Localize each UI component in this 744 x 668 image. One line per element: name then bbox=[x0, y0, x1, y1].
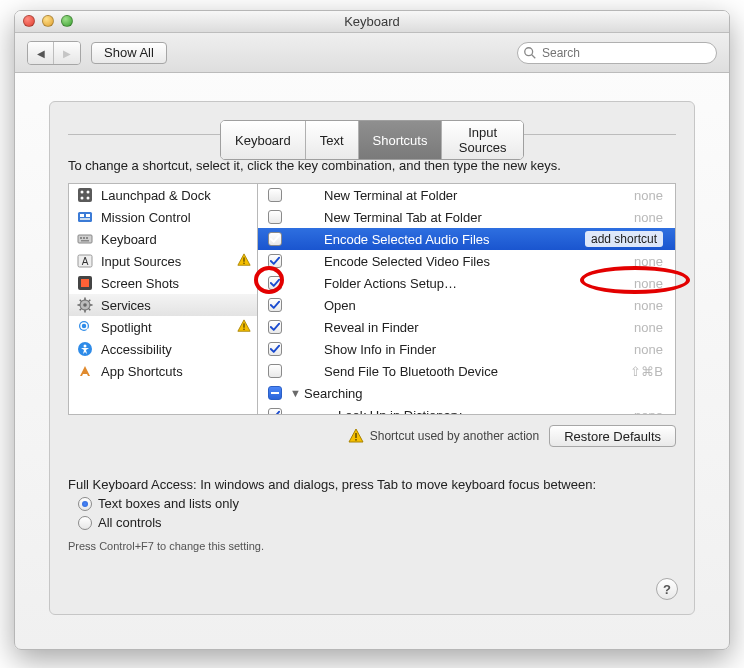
input-sources-icon: A bbox=[77, 253, 93, 269]
shortcut-display[interactable]: none bbox=[634, 188, 663, 203]
spotlight-icon bbox=[77, 319, 93, 335]
app-shortcuts-icon bbox=[77, 363, 93, 379]
zoom-icon[interactable] bbox=[61, 15, 73, 27]
keyboard-prefs-pane: KeyboardTextShortcutsInput Sources To ch… bbox=[49, 101, 695, 615]
chevron-right-icon bbox=[63, 45, 71, 60]
checkbox[interactable] bbox=[268, 342, 282, 356]
sidebar-item-input-sources[interactable]: AInput Sources bbox=[69, 250, 257, 272]
service-row[interactable]: Send File To Bluetooth Device⇧⌘B bbox=[258, 360, 675, 382]
launchpad-icon bbox=[77, 187, 93, 203]
svg-rect-13 bbox=[83, 237, 85, 239]
checkbox[interactable] bbox=[268, 232, 282, 246]
chevron-left-icon bbox=[37, 45, 45, 60]
warning-icon bbox=[348, 428, 364, 444]
svg-text:A: A bbox=[82, 256, 89, 267]
service-name: Folder Actions Setup… bbox=[324, 276, 626, 291]
close-icon[interactable] bbox=[23, 15, 35, 27]
help-button[interactable]: ? bbox=[656, 578, 678, 600]
shortcut-display[interactable]: ⇧⌘B bbox=[630, 364, 663, 379]
checkbox[interactable] bbox=[268, 320, 282, 334]
toolbar: Show All bbox=[15, 33, 729, 73]
sidebar-item-services[interactable]: Services bbox=[69, 294, 257, 316]
sidebar-item-keyboard[interactable]: Keyboard bbox=[69, 228, 257, 250]
service-row[interactable]: Opennone bbox=[258, 294, 675, 316]
service-name: Encode Selected Video Files bbox=[324, 254, 626, 269]
service-name: Send File To Bluetooth Device bbox=[324, 364, 622, 379]
forward-button[interactable] bbox=[54, 42, 80, 64]
svg-rect-20 bbox=[243, 262, 244, 263]
sidebar-item-launchpad-dock[interactable]: Launchpad & Dock bbox=[69, 184, 257, 206]
tab-text[interactable]: Text bbox=[306, 121, 359, 159]
sidebar-item-spotlight[interactable]: Spotlight bbox=[69, 316, 257, 338]
window-title: Keyboard bbox=[344, 14, 400, 29]
checkbox[interactable] bbox=[268, 408, 282, 415]
svg-rect-37 bbox=[243, 323, 244, 327]
minimize-icon[interactable] bbox=[42, 15, 54, 27]
service-group-row[interactable]: ▼Searching bbox=[258, 382, 675, 404]
radio-icon bbox=[78, 497, 92, 511]
sidebar-item-label: Screen Shots bbox=[101, 276, 179, 291]
checkbox[interactable] bbox=[268, 210, 282, 224]
sidebar-item-app-shortcuts[interactable]: App Shortcuts bbox=[69, 360, 257, 382]
fka-radio-text-boxes-and-lists-only[interactable]: Text boxes and lists only bbox=[78, 496, 676, 511]
tab-keyboard[interactable]: Keyboard bbox=[221, 121, 306, 159]
service-row[interactable]: New Terminal Tab at Foldernone bbox=[258, 206, 675, 228]
svg-rect-43 bbox=[355, 439, 357, 441]
restore-defaults-button[interactable]: Restore Defaults bbox=[549, 425, 676, 447]
svg-point-3 bbox=[81, 191, 84, 194]
svg-line-32 bbox=[80, 309, 82, 311]
sidebar-item-mission-control[interactable]: Mission Control bbox=[69, 206, 257, 228]
checkbox[interactable] bbox=[268, 298, 282, 312]
disclosure-triangle-icon[interactable]: ▼ bbox=[290, 387, 304, 399]
shortcut-display[interactable]: none bbox=[634, 408, 663, 416]
checkbox[interactable] bbox=[268, 276, 282, 290]
checkbox[interactable] bbox=[268, 254, 282, 268]
titlebar: Keyboard bbox=[15, 11, 729, 33]
shortcut-display[interactable]: none bbox=[634, 210, 663, 225]
svg-line-29 bbox=[80, 300, 82, 302]
back-button[interactable] bbox=[28, 42, 54, 64]
tab-shortcuts[interactable]: Shortcuts bbox=[359, 121, 443, 159]
shortcut-display[interactable]: none bbox=[634, 276, 663, 291]
service-row[interactable]: Encode Selected Video Filesnone bbox=[258, 250, 675, 272]
service-row[interactable]: Folder Actions Setup…none bbox=[258, 272, 675, 294]
svg-point-40 bbox=[84, 345, 87, 348]
svg-rect-8 bbox=[80, 214, 84, 217]
svg-point-24 bbox=[83, 303, 87, 307]
service-row[interactable]: Reveal in Findernone bbox=[258, 316, 675, 338]
shortcut-conflict-warning: Shortcut used by another action bbox=[348, 428, 539, 444]
fka-radio-all-controls[interactable]: All controls bbox=[78, 515, 676, 530]
service-row[interactable]: Encode Selected Audio Filesadd shortcut bbox=[258, 228, 675, 250]
screenshots-icon bbox=[77, 275, 93, 291]
show-all-button[interactable]: Show All bbox=[91, 42, 167, 64]
service-row[interactable]: New Terminal at Foldernone bbox=[258, 184, 675, 206]
checkbox[interactable] bbox=[268, 188, 282, 202]
checkbox[interactable] bbox=[268, 364, 282, 378]
sidebar-item-screen-shots[interactable]: Screen Shots bbox=[69, 272, 257, 294]
radio-label: Text boxes and lists only bbox=[98, 496, 239, 511]
service-name: New Terminal Tab at Folder bbox=[324, 210, 626, 225]
svg-line-35 bbox=[87, 329, 91, 333]
service-name: Open bbox=[324, 298, 626, 313]
service-row[interactable]: Show Info in Findernone bbox=[258, 338, 675, 360]
service-name: Encode Selected Audio Files bbox=[324, 232, 577, 247]
shortcut-display[interactable]: none bbox=[634, 342, 663, 357]
search-field[interactable] bbox=[517, 42, 717, 64]
accessibility-icon bbox=[77, 341, 93, 357]
sidebar-item-accessibility[interactable]: Accessibility bbox=[69, 338, 257, 360]
radio-label: All controls bbox=[98, 515, 162, 530]
service-row[interactable]: Look Up in Dictionarynone bbox=[258, 404, 675, 415]
shortcut-display[interactable]: none bbox=[634, 298, 663, 313]
sidebar-item-label: Accessibility bbox=[101, 342, 172, 357]
checkbox[interactable] bbox=[268, 386, 282, 400]
svg-rect-14 bbox=[86, 237, 88, 239]
search-icon bbox=[523, 46, 537, 60]
tab-input-sources[interactable]: Input Sources bbox=[442, 121, 523, 159]
services-list[interactable]: New Terminal at FoldernoneNew Terminal T… bbox=[258, 183, 676, 415]
add-shortcut-button[interactable]: add shortcut bbox=[585, 231, 663, 247]
search-input[interactable] bbox=[540, 45, 710, 61]
shortcut-display[interactable]: none bbox=[634, 254, 663, 269]
sidebar-categories[interactable]: Launchpad & DockMission ControlKeyboardA… bbox=[68, 183, 258, 415]
svg-rect-12 bbox=[80, 237, 82, 239]
shortcut-display[interactable]: none bbox=[634, 320, 663, 335]
